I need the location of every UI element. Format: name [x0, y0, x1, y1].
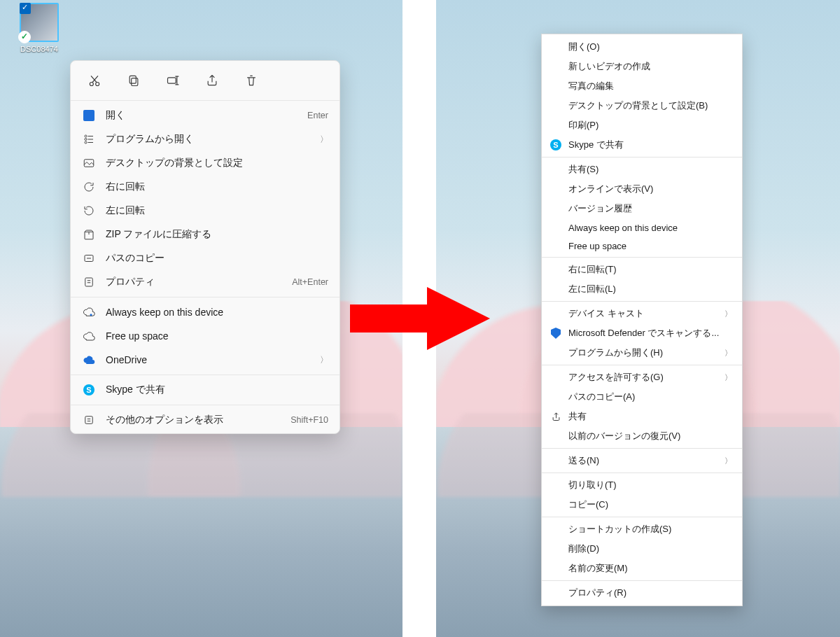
menu-free-up-space[interactable]: Free up space: [542, 237, 742, 255]
menu-copy-path[interactable]: パスのコピー(A): [542, 387, 742, 407]
separator: [542, 301, 742, 302]
desktop-file-selected[interactable]: DSC08474: [14, 3, 64, 53]
chevron-right-icon: 〉: [320, 354, 328, 366]
svg-point-1: [96, 83, 99, 86]
menu-defender-scan[interactable]: Microsoft Defender でスキャンする...: [542, 323, 742, 343]
menu-always-keep-label: Always keep on this device: [106, 307, 328, 318]
menu-copy-path-label: パスのコピー: [106, 252, 328, 265]
menu-open-hint: Enter: [307, 111, 328, 120]
menu-set-background[interactable]: デスクトップの背景として設定: [71, 151, 340, 175]
menu-compress-zip[interactable]: ZIP ファイルに圧縮する: [71, 223, 340, 246]
separator: [71, 297, 340, 298]
svg-point-0: [90, 83, 93, 86]
chevron-right-icon: 〉: [724, 348, 732, 358]
menu-share[interactable]: 共有: [542, 407, 742, 426]
skype-icon: S: [80, 383, 97, 397]
menu-open-with-label: プログラムから開く: [106, 133, 314, 146]
svg-rect-12: [85, 416, 93, 424]
menu-always-keep[interactable]: Always keep on this device: [542, 218, 742, 237]
menu-rotate-left[interactable]: 左に回転(L): [542, 279, 742, 299]
menu-device-cast[interactable]: デバイス キャスト〉: [542, 304, 742, 323]
svg-rect-10: [85, 278, 93, 286]
menu-onedrive-label: OneDrive: [106, 354, 314, 365]
menu-properties[interactable]: プロパティ Alt+Enter: [71, 270, 340, 294]
menu-always-keep[interactable]: Always keep on this device: [71, 300, 340, 324]
menu-properties[interactable]: プロパティ(R): [542, 583, 742, 603]
menu-create-video[interactable]: 新しいビデオの作成: [542, 57, 742, 76]
onedrive-icon: [80, 353, 97, 367]
menu-skype-share[interactable]: S Skype で共有: [71, 378, 340, 402]
menu-open-with[interactable]: プログラムから開く(H)〉: [542, 343, 742, 363]
menu-rotate-right[interactable]: 右に回転(T): [542, 260, 742, 279]
menu-rotate-left-label: 左に回転: [106, 204, 328, 217]
menu-set-background[interactable]: デスクトップの背景として設定(B): [542, 96, 742, 115]
menu-free-up-space[interactable]: Free up space: [71, 324, 340, 348]
share-icon: [549, 411, 563, 422]
delete-icon[interactable]: [241, 71, 261, 90]
menu-share-s[interactable]: 共有(S): [542, 160, 742, 179]
separator: [542, 257, 742, 258]
menu-set-background-label: デスクトップの背景として設定: [106, 157, 328, 169]
menu-print[interactable]: 印刷(P): [542, 115, 742, 135]
svg-rect-4: [168, 78, 176, 83]
menu-rotate-right-label: 右に回転: [106, 181, 328, 193]
menu-rotate-right[interactable]: 右に回転: [71, 175, 340, 199]
cloud-icon: [80, 329, 97, 343]
separator: [542, 365, 742, 365]
svg-point-6: [85, 139, 87, 141]
zip-icon: [80, 227, 97, 241]
menu-open[interactable]: 開く(O): [542, 37, 742, 57]
menu-copy[interactable]: コピー(C): [542, 495, 742, 514]
menu-edit-photo[interactable]: 写真の編集: [542, 76, 742, 96]
separator: [71, 100, 340, 101]
menu-open-label: 開く: [106, 109, 307, 122]
menu-rename[interactable]: 名前の変更(M): [542, 559, 742, 578]
menu-version-history[interactable]: バージョン履歴: [542, 199, 742, 218]
menu-view-online[interactable]: オンラインで表示(V): [542, 179, 742, 199]
chevron-right-icon: 〉: [724, 309, 732, 319]
properties-icon: [80, 275, 97, 289]
menu-free-up-space-label: Free up space: [106, 330, 328, 342]
skype-icon: S: [549, 139, 563, 150]
cut-icon[interactable]: [85, 71, 104, 90]
svg-point-11: [90, 314, 92, 316]
share-icon[interactable]: [202, 71, 222, 90]
separator: [542, 448, 742, 449]
svg-rect-3: [130, 76, 136, 83]
menu-delete[interactable]: 削除(D): [542, 539, 742, 559]
menu-onedrive[interactable]: OneDrive 〉: [71, 348, 340, 372]
svg-marker-13: [350, 287, 490, 350]
menu-open[interactable]: 開く Enter: [71, 104, 340, 127]
file-name-label: DSC08474: [14, 45, 64, 53]
menu-properties-label: プロパティ: [106, 276, 292, 288]
separator: [542, 517, 742, 517]
menu-rotate-left[interactable]: 左に回転: [71, 199, 340, 223]
chevron-right-icon: 〉: [320, 134, 328, 146]
menu-restore-version[interactable]: 以前のバージョンの復元(V): [542, 426, 742, 446]
menu-create-shortcut[interactable]: ショートカットの作成(S): [542, 519, 742, 539]
defender-icon: [549, 328, 563, 339]
menu-open-with[interactable]: プログラムから開く 〉: [71, 127, 340, 151]
more-options-icon: [80, 413, 97, 427]
rename-icon[interactable]: [163, 71, 183, 90]
separator: [71, 405, 340, 405]
right-panel: 開く(O) 新しいビデオの作成 写真の編集 デスクトップの背景として設定(B) …: [436, 0, 840, 637]
menu-show-more-options[interactable]: その他のオプションを表示 Shift+F10: [71, 408, 340, 432]
menu-give-access[interactable]: アクセスを許可する(G)〉: [542, 368, 742, 387]
menu-show-more-hint: Shift+F10: [290, 415, 328, 425]
selection-check-icon: [20, 3, 31, 14]
separator: [542, 580, 742, 581]
menu-skype-share[interactable]: SSkype で共有: [542, 135, 742, 155]
menu-cut[interactable]: 切り取り(T): [542, 475, 742, 495]
file-thumbnail: [20, 3, 59, 42]
svg-rect-2: [132, 78, 138, 86]
copy-icon[interactable]: [124, 71, 144, 90]
chevron-right-icon: 〉: [724, 372, 732, 383]
menu-copy-path[interactable]: パスのコピー: [71, 246, 340, 270]
onedrive-synced-icon: [18, 31, 31, 43]
separator: [542, 157, 742, 158]
menu-send-to[interactable]: 送る(N)〉: [542, 451, 742, 470]
svg-point-7: [85, 141, 87, 144]
quick-action-row: [71, 65, 340, 97]
separator: [542, 472, 742, 473]
